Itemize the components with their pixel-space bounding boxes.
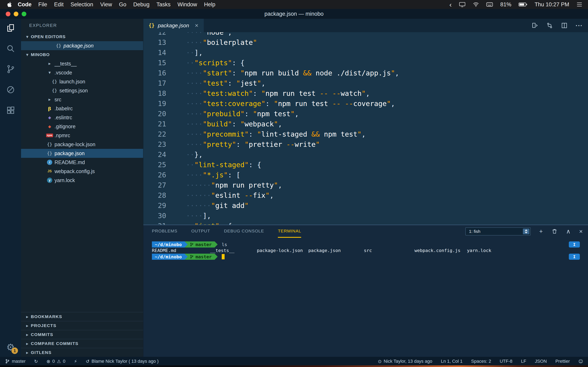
git-compare-icon[interactable] — [546, 22, 553, 29]
code-line: 23····"pretty": "prettier --write" — [143, 139, 588, 150]
tree-item-.gitignore[interactable]: ◆.gitignore — [21, 122, 143, 131]
project-header[interactable]: ▾ MINOBO — [21, 50, 143, 59]
display-icon[interactable] — [459, 1, 466, 8]
keyboard-icon[interactable] — [486, 2, 493, 7]
code-text: ····"boilerplate" — [186, 37, 257, 48]
tree-item-package.json[interactable]: {}package.json — [21, 149, 143, 158]
terminal-listing-item: package.json — [308, 248, 341, 253]
close-tab-icon[interactable]: × — [195, 22, 199, 29]
app-menu[interactable]: Code — [18, 1, 32, 8]
tree-item-README.md[interactable]: iREADME.md — [21, 158, 143, 167]
code-text: ····"start": "npm run build && node ./di… — [186, 68, 399, 78]
explorer-icon[interactable] — [6, 23, 15, 33]
folder-label: src — [54, 97, 61, 103]
panel-tab-debug-console[interactable]: DEBUG CONSOLE — [224, 225, 264, 238]
line-number: 16 — [143, 68, 166, 78]
extensions-icon[interactable] — [6, 106, 15, 115]
terminal-listing-item: src — [364, 248, 372, 253]
line-number: 20 — [143, 109, 166, 119]
git-branch-indicator[interactable]: master — [5, 359, 26, 364]
gitlens-author-button[interactable]: ⊙ Nick Taylor, 13 days ago — [378, 359, 432, 364]
debug-icon[interactable] — [6, 85, 15, 94]
split-editor-icon[interactable] — [561, 22, 568, 29]
tree-item-src[interactable]: ▸src — [21, 95, 143, 104]
source-control-icon[interactable] — [6, 64, 15, 74]
feedback-smiley-icon[interactable]: ☺ — [579, 359, 583, 364]
sidebar-section-bookmarks[interactable]: ▸BOOKMARKS — [21, 312, 143, 321]
open-editors-header[interactable]: ▾ OPEN EDITORS — [21, 32, 143, 41]
maximize-panel-icon[interactable]: ∧ — [566, 228, 571, 234]
menu-item-window[interactable]: Window — [177, 1, 197, 8]
menu-item-help[interactable]: Help — [204, 1, 215, 8]
code-line: 21····"build": "webpack", — [143, 119, 588, 129]
line-number: 23 — [143, 139, 166, 150]
kill-terminal-icon[interactable] — [552, 228, 558, 234]
powerline-arrow-icon — [215, 254, 218, 260]
open-changes-icon[interactable] — [531, 22, 538, 29]
error-icon: ⊗ — [47, 359, 50, 364]
battery-icon[interactable] — [519, 2, 527, 7]
code-text: ······"eslint --fix", — [186, 190, 274, 200]
problems-indicator[interactable]: ⊗ 0 ⚠ 0 — [47, 359, 66, 364]
tree-item-package-lock.json[interactable]: {}package-lock.json — [21, 140, 143, 149]
menu-item-tasks[interactable]: Tasks — [156, 1, 171, 8]
tree-item-yarn.lock[interactable]: yyarn.lock — [21, 176, 143, 185]
tree-item-launch.json[interactable]: {}launch.json — [21, 77, 143, 86]
menubar-clock[interactable]: Thu 10:27 PM — [535, 1, 569, 8]
language-indicator[interactable]: JSON — [535, 359, 547, 364]
menu-item-debug[interactable]: Debug — [133, 1, 150, 8]
tree-item-.eslintrc[interactable]: ◆.eslintrc — [21, 113, 143, 122]
indentation-indicator[interactable]: Spaces: 2 — [471, 359, 491, 364]
panel-tab-output[interactable]: OUTPUT — [191, 225, 210, 238]
tree-item-.vscode[interactable]: ▾.vscode — [21, 68, 143, 77]
window-title-bar: package.json — minobo — [0, 9, 588, 19]
section-label: COMMITS — [31, 332, 53, 337]
menu-item-selection[interactable]: Selection — [71, 1, 93, 8]
author-text: Nick Taylor, 13 days ago — [384, 359, 432, 364]
file-label: package.json — [54, 150, 85, 156]
settings-badge: 1 — [11, 347, 18, 354]
search-icon[interactable] — [6, 44, 15, 53]
lightning-icon[interactable]: ⚡ — [74, 359, 77, 364]
sync-icon[interactable]: ↻ — [34, 359, 38, 364]
close-panel-icon[interactable]: × — [579, 228, 583, 234]
menu-item-view[interactable]: View — [100, 1, 112, 8]
sidebar-section-commits[interactable]: ▸COMMITS — [21, 330, 143, 339]
code-line: 14··], — [143, 48, 588, 58]
menu-item-edit[interactable]: Edit — [54, 1, 64, 8]
terminal-selector[interactable]: 1: fish — [465, 227, 531, 235]
chevron-left-icon[interactable]: ‹ — [449, 1, 452, 8]
tree-item-webpack.config.js[interactable]: JSwebpack.config.js — [21, 167, 143, 176]
new-terminal-icon[interactable]: + — [539, 228, 543, 234]
section-label: PROJECTS — [31, 323, 56, 328]
sidebar-section-gitlens[interactable]: ▸GITLENS — [21, 348, 143, 357]
sidebar-section-compare-commits[interactable]: ▸COMPARE COMMITS — [21, 339, 143, 348]
selector-stepper-icon[interactable] — [523, 229, 529, 234]
apple-menu-icon[interactable] — [7, 1, 12, 8]
section-chevron-icon: ▸ — [24, 323, 31, 328]
tree-item-settings.json[interactable]: {}settings.json — [21, 86, 143, 95]
menu-item-go[interactable]: Go — [119, 1, 126, 8]
formatter-indicator[interactable]: Prettier — [555, 359, 570, 364]
tree-item-.babelrc[interactable]: β.babelrc — [21, 104, 143, 113]
file-label: package-lock.json — [54, 142, 95, 147]
cursor-position[interactable]: Ln 1, Col 1 — [441, 359, 462, 364]
file-label: .eslintrc — [54, 115, 72, 120]
menu-item-file[interactable]: File — [38, 1, 47, 8]
tree-item-.npmrc[interactable]: npm.npmrc — [21, 131, 143, 140]
eol-indicator[interactable]: LF — [521, 359, 526, 364]
tab-package-json[interactable]: {} package.json × — [143, 19, 204, 32]
gitlens-blame-button[interactable]: ↺ Blame Nick Taylor ( 13 days ago ) — [86, 359, 159, 364]
terminal-content[interactable]: ~/d/minobo master ls README.md__tests__p… — [152, 242, 582, 266]
code-editor[interactable]: 12····"node",13····"boilerplate"14··],15… — [143, 32, 588, 225]
notification-center-icon[interactable] — [577, 2, 582, 7]
open-editor-item[interactable]: {}package.json — [21, 41, 143, 50]
more-actions-icon[interactable]: ··· — [576, 24, 583, 27]
tree-item-__tests__[interactable]: ▸__tests__ — [21, 59, 143, 68]
wifi-icon[interactable] — [473, 2, 479, 7]
code-line: 16····"start": "npm run build && node ./… — [143, 68, 588, 78]
encoding-indicator[interactable]: UTF-8 — [500, 359, 512, 364]
panel-tab-problems[interactable]: PROBLEMS — [152, 225, 177, 238]
panel-tab-terminal[interactable]: TERMINAL — [278, 225, 301, 238]
sidebar-section-projects[interactable]: ▸PROJECTS — [21, 321, 143, 330]
